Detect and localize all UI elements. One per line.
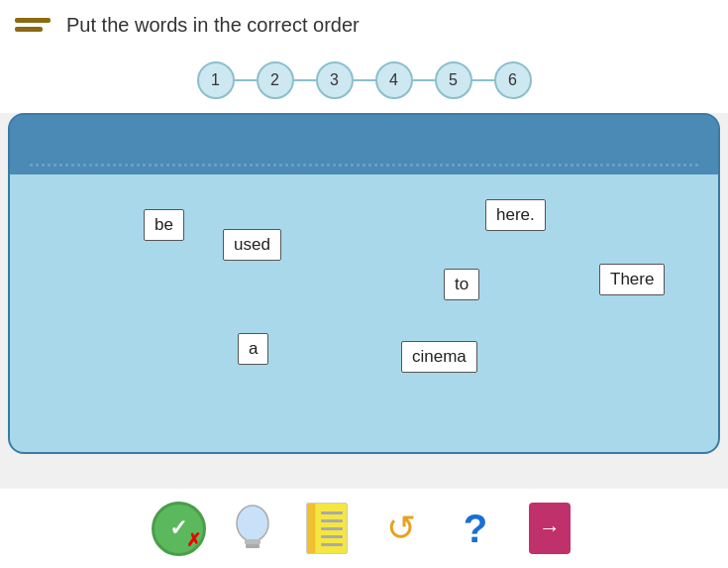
svg-point-0 <box>237 506 268 541</box>
dotted-divider <box>30 164 698 167</box>
footer-bar: ✓ ✗ ↺ ? → <box>0 489 728 568</box>
page-title: Put the words in the correct order <box>66 14 360 37</box>
step-circle-1[interactable]: 1 <box>197 61 235 99</box>
step-connector <box>413 79 435 81</box>
word-card-to[interactable]: to <box>444 269 479 300</box>
word-card-There[interactable]: There <box>599 264 665 295</box>
reorder-icon <box>15 10 54 40</box>
word-card-here[interactable]: here. <box>485 199 546 231</box>
svg-rect-2 <box>246 544 260 548</box>
step-connector <box>472 79 494 81</box>
word-area[interactable]: beusedhere.toThereacinema <box>10 174 718 452</box>
step-circle-5[interactable]: 5 <box>435 61 472 99</box>
cross-icon: ✗ <box>186 529 201 551</box>
header: Put the words in the correct order <box>0 0 728 50</box>
word-card-used[interactable]: used <box>223 229 281 261</box>
notepad-button[interactable] <box>300 502 355 556</box>
word-card-a[interactable]: a <box>238 333 268 365</box>
steps-row: 123456 <box>0 50 728 113</box>
step-connector <box>354 79 375 81</box>
hint-button[interactable] <box>226 502 280 556</box>
next-button[interactable]: → <box>523 502 577 556</box>
step-circle-2[interactable]: 2 <box>257 61 294 99</box>
step-connector <box>294 79 316 81</box>
notepad-icon <box>306 503 348 554</box>
word-card-cinema[interactable]: cinema <box>401 341 477 373</box>
step-circle-4[interactable]: 4 <box>375 61 413 99</box>
undo-icon: ↺ <box>386 511 416 546</box>
tick-icon: ✓ <box>169 515 187 541</box>
lightbulb-icon <box>231 502 275 556</box>
undo-button[interactable]: ↺ <box>374 502 429 556</box>
help-button[interactable]: ? <box>449 502 503 556</box>
step-circle-3[interactable]: 3 <box>316 61 354 99</box>
step-circle-6[interactable]: 6 <box>494 61 532 99</box>
main-area: beusedhere.toThereacinema <box>8 113 720 454</box>
nav-icon: → <box>529 503 571 554</box>
word-card-be[interactable]: be <box>144 209 184 241</box>
step-connector <box>235 79 257 81</box>
check-button[interactable]: ✓ ✗ <box>152 502 206 556</box>
question-icon: ? <box>464 507 487 551</box>
svg-rect-1 <box>245 539 260 544</box>
drop-zone[interactable] <box>10 115 718 174</box>
